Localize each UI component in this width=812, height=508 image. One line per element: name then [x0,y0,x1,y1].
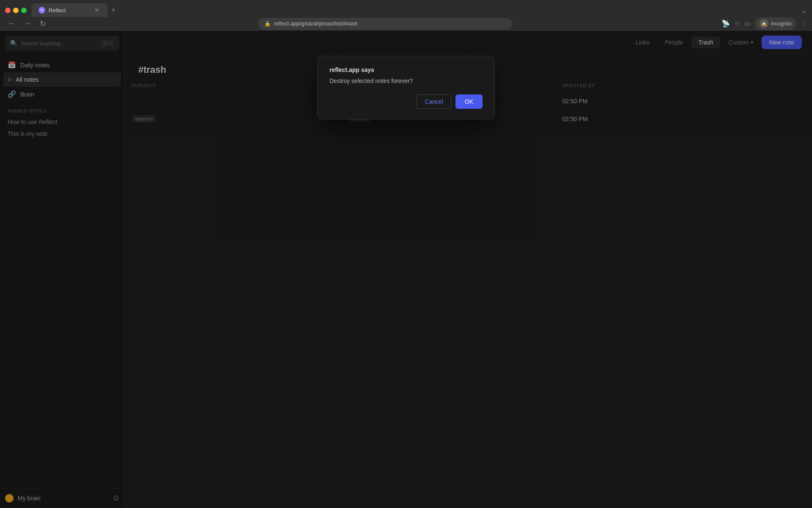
back-button[interactable]: ← [5,17,18,30]
tab-title: Reflect [49,7,89,14]
sidebar-icon[interactable]: ▭ [744,19,751,28]
confirm-dialog: reflect.app says Destroy selected notes … [317,56,495,119]
tab-favicon: R [38,7,45,14]
lock-icon: 🔒 [264,21,271,27]
traffic-light-green[interactable] [21,8,27,13]
menu-icon[interactable]: ⋮ [800,19,807,28]
traffic-light-red[interactable] [5,8,11,13]
dialog-title: reflect.app says [329,66,483,73]
new-tab-button[interactable]: + [111,6,116,15]
dialog-message: Destroy selected notes forever? [329,77,483,84]
tab-close-button[interactable]: ✕ [93,6,101,14]
incognito-avatar: 🕵 [759,19,768,28]
dialog-actions: Cancel OK [329,94,483,109]
address-bar[interactable]: 🔒 reflect.app/g/sarahjonas/list/#trash [258,18,512,30]
traffic-light-yellow[interactable] [13,8,19,13]
forward-button[interactable]: → [21,17,34,30]
browser-tab[interactable]: R Reflect ✕ [32,3,108,17]
incognito-label: Incognito [771,21,792,27]
reload-button[interactable]: ↻ [37,17,49,30]
ok-button[interactable]: OK [455,94,483,109]
address-text: reflect.app/g/sarahjonas/list/#trash [274,20,358,27]
tab-expand-button[interactable]: ⌄ [801,6,807,14]
cancel-button[interactable]: Cancel [417,94,451,109]
bookmark-icon[interactable]: ☆ [734,19,740,28]
cast-icon[interactable]: 📡 [721,19,730,28]
dialog-overlay: reflect.app says Destroy selected notes … [0,30,812,508]
incognito-badge[interactable]: 🕵 Incognito [755,17,796,30]
